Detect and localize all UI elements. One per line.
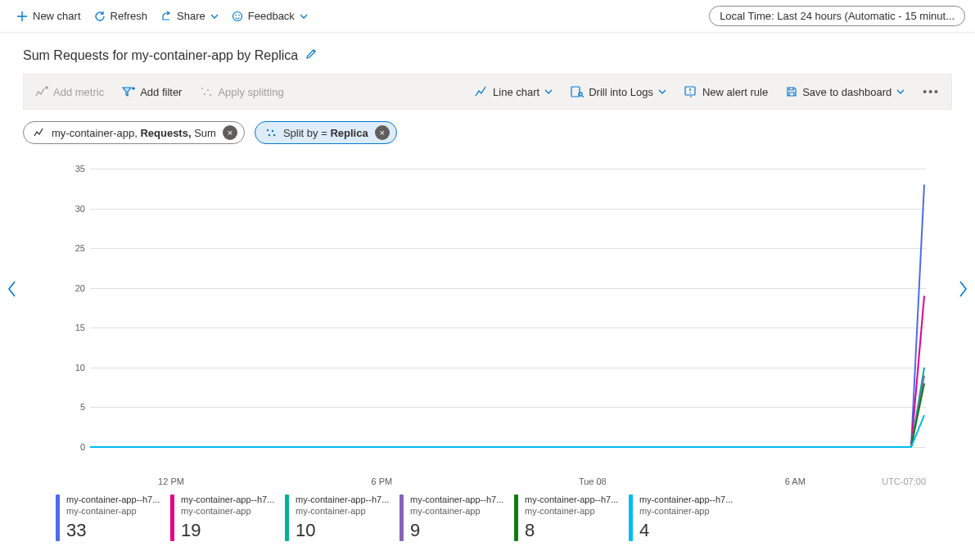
- legend-item[interactable]: my-container-app--h7...my-container-app1…: [170, 495, 285, 541]
- legend-series-value: 4: [639, 519, 733, 542]
- filter-plus-icon: [122, 86, 135, 97]
- new-alert-label: New alert rule: [702, 86, 768, 98]
- legend-color-swatch: [285, 495, 289, 541]
- legend-series-value: 19: [181, 519, 274, 542]
- chevron-down-icon: [896, 88, 905, 96]
- apply-splitting-label: Apply splitting: [218, 86, 283, 98]
- remove-metric-button[interactable]: ×: [223, 125, 237, 140]
- new-alert-button[interactable]: New alert rule: [681, 84, 771, 100]
- metric-icon: [34, 128, 45, 138]
- split-value: Replica: [330, 127, 368, 139]
- chart-series-line: [90, 184, 924, 447]
- split-pill[interactable]: Split by = Replica ×: [255, 121, 397, 144]
- svg-point-1: [235, 14, 237, 16]
- svg-point-10: [267, 129, 269, 131]
- logs-icon: [571, 86, 584, 97]
- remove-split-button[interactable]: ×: [375, 125, 390, 140]
- legend-color-swatch: [629, 495, 633, 541]
- chart-title-row: Sum Requests for my-container-app by Rep…: [0, 33, 975, 70]
- legend-item[interactable]: my-container-app--h7...my-container-app9: [399, 495, 514, 541]
- chart-series-line: [90, 368, 924, 447]
- smiley-icon: [232, 11, 243, 22]
- x-tick-label: 6 AM: [785, 476, 806, 486]
- refresh-button[interactable]: Refresh: [88, 7, 155, 25]
- chart-series-line: [90, 383, 924, 447]
- line-chart-icon: [475, 86, 488, 97]
- time-range-label: Local Time: Last 24 hours (Automatic - 1…: [720, 10, 955, 22]
- chart-series-line: [90, 415, 924, 447]
- metric-pill[interactable]: my-container-app, Requests, Sum ×: [23, 121, 245, 144]
- share-icon: [160, 11, 172, 22]
- top-toolbar: New chart Refresh Share Feedback Local T…: [0, 0, 975, 33]
- apply-splitting-button[interactable]: Apply splitting: [196, 84, 287, 100]
- add-filter-label: Add filter: [140, 86, 182, 98]
- svg-point-0: [232, 11, 241, 20]
- legend-series-sub: my-container-app: [525, 506, 618, 517]
- legend-series-name: my-container-app--h7...: [296, 495, 389, 506]
- svg-point-13: [273, 134, 275, 136]
- legend-series-sub: my-container-app: [66, 506, 160, 517]
- new-chart-button[interactable]: New chart: [10, 7, 88, 25]
- pencil-icon: [305, 47, 318, 61]
- metric-agg: Sum: [194, 127, 216, 139]
- legend-color-swatch: [514, 495, 518, 541]
- chart-plot[interactable]: 0510152025303512 PM6 PMTue 086 AMUTC-07:…: [49, 169, 926, 472]
- legend-series-value: 33: [66, 519, 160, 542]
- share-label: Share: [177, 10, 205, 22]
- split-icon: [200, 86, 213, 97]
- legend-item[interactable]: my-container-app--h7...my-container-app4: [629, 495, 743, 541]
- refresh-label: Refresh: [111, 10, 148, 22]
- pills-row: my-container-app, Requests, Sum × Split …: [0, 110, 975, 144]
- split-prefix: Split by =: [283, 127, 327, 139]
- svg-point-6: [210, 94, 211, 96]
- add-filter-button[interactable]: Add filter: [119, 84, 185, 100]
- save-dashboard-label: Save to dashboard: [802, 86, 891, 98]
- new-chart-label: New chart: [33, 10, 81, 22]
- drill-logs-button[interactable]: Drill into Logs: [567, 84, 670, 100]
- add-metric-button[interactable]: Add metric: [32, 84, 107, 100]
- time-range-picker[interactable]: Local Time: Last 24 hours (Automatic - 1…: [709, 6, 965, 26]
- svg-point-3: [201, 88, 203, 89]
- edit-title-button[interactable]: [305, 47, 318, 64]
- chart-area: 0510152025303512 PM6 PMTue 086 AMUTC-07:…: [39, 169, 936, 472]
- save-icon: [786, 86, 797, 97]
- alert-icon: [684, 86, 697, 97]
- x-tick-label: 12 PM: [158, 476, 184, 486]
- chart-type-button[interactable]: Line chart: [472, 84, 556, 100]
- save-dashboard-button[interactable]: Save to dashboard: [783, 84, 908, 100]
- legend-series-name: my-container-app--h7...: [410, 495, 503, 506]
- legend-series-name: my-container-app--h7...: [639, 495, 733, 506]
- legend-item[interactable]: my-container-app--h7...my-container-app1…: [285, 495, 399, 541]
- svg-point-12: [269, 134, 270, 136]
- legend-item[interactable]: my-container-app--h7...my-container-app3…: [56, 495, 170, 541]
- ellipsis-icon: •••: [923, 85, 940, 98]
- svg-point-5: [204, 93, 205, 95]
- chart-series-line: [90, 296, 924, 447]
- legend-item[interactable]: my-container-app--h7...my-container-app8: [514, 495, 629, 541]
- x-tick-label: 6 PM: [372, 476, 393, 486]
- svg-point-4: [207, 89, 209, 91]
- legend-series-sub: my-container-app: [296, 506, 389, 517]
- chevron-down-icon: [658, 88, 666, 96]
- plus-icon: [16, 11, 28, 22]
- timezone-label: UTC-07:00: [882, 476, 926, 486]
- feedback-label: Feedback: [248, 10, 295, 22]
- legend-series-name: my-container-app--h7...: [525, 495, 618, 506]
- split-icon: [265, 128, 277, 138]
- metric-plus-icon: [35, 86, 48, 97]
- more-button[interactable]: •••: [919, 84, 943, 100]
- x-tick-label: Tue 08: [579, 476, 607, 486]
- legend-color-swatch: [170, 495, 174, 541]
- feedback-button[interactable]: Feedback: [225, 7, 314, 25]
- prev-time-button[interactable]: [7, 280, 18, 298]
- next-time-button[interactable]: [957, 280, 968, 298]
- legend-series-sub: my-container-app: [410, 506, 503, 517]
- chart-svg: [49, 169, 926, 449]
- legend-series-name: my-container-app--h7...: [66, 495, 160, 506]
- chart-series-line: [90, 376, 924, 447]
- legend-series-value: 10: [296, 519, 389, 542]
- share-button[interactable]: Share: [154, 7, 225, 25]
- chevron-down-icon: [300, 12, 308, 20]
- metric-scope: my-container-app,: [52, 127, 138, 139]
- chart-title-text: Sum Requests for my-container-app by Rep…: [23, 48, 298, 63]
